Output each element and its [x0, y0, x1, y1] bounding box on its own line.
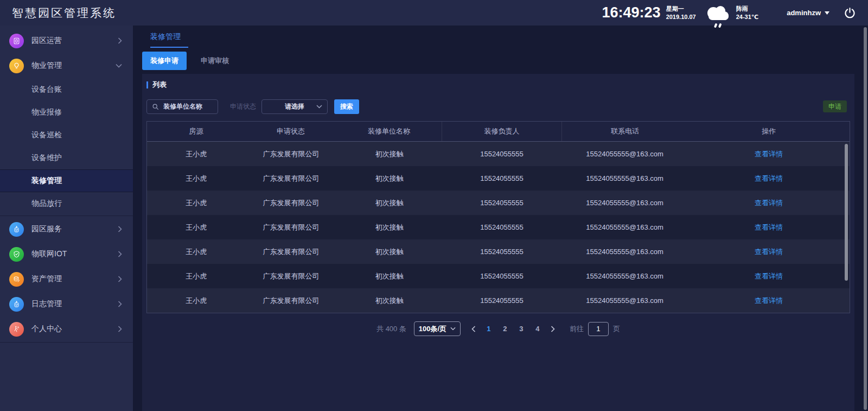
cell-status: 广东发展有限公司 [245, 223, 336, 232]
sidebar-subitem-device-inspection[interactable]: 设备巡检 [0, 124, 133, 147]
sidebar-item-log-management[interactable]: 日志管理 [0, 292, 133, 317]
page-scrollbar-thumb[interactable] [864, 27, 867, 410]
cell-manager: 15524055555 [442, 223, 561, 231]
page-number-1[interactable]: 1 [482, 325, 495, 333]
tab-renovation-apply[interactable]: 装修申请 [142, 52, 187, 70]
sidebar-subitem-goods-release[interactable]: 物品放行 [0, 192, 133, 215]
sidebar-item-label: 个人中心 [31, 324, 118, 334]
clock: 16:49:23 [602, 4, 661, 21]
search-icon [152, 103, 159, 110]
table-body: 王小虎 广东发展有限公司 初次接触 15524055555 1552405555… [147, 142, 850, 313]
power-icon [844, 7, 856, 19]
subitem-label: 设备台账 [31, 85, 62, 94]
sidebar-item-park-service[interactable]: 园区服务 [0, 217, 133, 242]
walking-person-icon [9, 322, 24, 337]
column-header-status: 申请状态 [245, 122, 336, 141]
sidebar-item-iot[interactable]: 物联网IOT [0, 242, 133, 267]
chevron-right-icon [118, 37, 122, 44]
sidebar-item-label: 日志管理 [31, 299, 118, 309]
view-details-link[interactable]: 查看详情 [755, 199, 783, 207]
cell-company: 初次接触 [337, 247, 442, 257]
cell-manager: 15524055555 [442, 248, 561, 256]
cell-phone: 15524055555@163.com [561, 223, 688, 231]
building-icon [9, 34, 24, 48]
cell-company: 初次接触 [337, 198, 442, 208]
sidebar-subitem-device-ledger[interactable]: 设备台账 [0, 78, 133, 101]
next-page-button[interactable] [551, 326, 555, 332]
weather-block: 阵雨 24-31℃ [736, 5, 758, 21]
cell-house: 王小虎 [147, 247, 245, 257]
view-details-link[interactable]: 查看详情 [755, 248, 783, 256]
top-header: 智慧园区管理系统 16:49:23 星期一 2019.10.07 阵雨 24-3… [0, 0, 868, 26]
view-details-link[interactable]: 查看详情 [755, 150, 783, 158]
cell-company: 初次接触 [337, 223, 442, 232]
cell-manager: 15524055555 [442, 272, 561, 280]
sidebar-item-label: 资产管理 [31, 274, 118, 284]
goto-page-unit: 页 [613, 324, 620, 334]
column-header-manager: 装修负责人 [442, 122, 562, 141]
user-menu[interactable]: adminhzw [787, 9, 829, 17]
search-button[interactable]: 搜索 [334, 99, 359, 114]
apply-button[interactable]: 申请 [823, 100, 847, 112]
status-select[interactable]: 请选择 [261, 99, 328, 114]
search-placeholder: 装修单位名称 [163, 102, 202, 111]
page-size-select[interactable]: 100条/页 [414, 321, 461, 336]
chevron-down-icon [450, 327, 456, 331]
list-panel: 列表 装修单位名称 申请状态 请选择 搜索 申请 房源 申请状态 装修单位名称 [142, 74, 854, 411]
table-scrollbar[interactable] [845, 144, 848, 281]
goto-page-input[interactable]: 1 [588, 322, 609, 336]
sidebar-subitem-renovation-management[interactable]: 装修管理 [0, 169, 133, 192]
cell-phone: 15524055555@163.com [561, 150, 688, 158]
sidebar-divider [0, 216, 133, 216]
view-details-link[interactable]: 查看详情 [755, 296, 783, 305]
table-row: 王小虎 广东发展有限公司 初次接触 15524055555 1552405555… [147, 191, 850, 215]
subitem-label: 物业报修 [31, 108, 62, 117]
table-row: 王小虎 广东发展有限公司 初次接触 15524055555 1552405555… [147, 239, 850, 264]
power-button[interactable] [844, 7, 856, 19]
table-header: 房源 申请状态 装修单位名称 装修负责人 联系电话 操作 [147, 122, 850, 142]
shield-icon [9, 247, 24, 262]
status-select-value: 请选择 [285, 102, 304, 111]
column-header-phone: 联系电话 [562, 122, 688, 141]
cell-status: 广东发展有限公司 [245, 247, 336, 257]
search-input[interactable]: 装修单位名称 [146, 99, 218, 114]
cell-company: 初次接触 [337, 149, 442, 159]
sidebar-divider [0, 342, 133, 343]
column-header-company: 装修单位名称 [336, 122, 442, 141]
cell-house: 王小虎 [147, 149, 245, 159]
chevron-right-icon [118, 251, 122, 257]
renovation-table: 房源 申请状态 装修单位名称 装修负责人 联系电话 操作 王小虎 广东发展有限公… [146, 121, 850, 313]
chevron-down-icon [316, 105, 322, 109]
table-row: 王小虎 广东发展有限公司 初次接触 15524055555 1552405555… [147, 215, 850, 239]
table-row: 王小虎 广东发展有限公司 初次接触 15524055555 1552405555… [147, 264, 850, 288]
chevron-right-icon [118, 276, 122, 282]
view-details-link[interactable]: 查看详情 [755, 174, 783, 182]
sidebar-subitem-property-repair[interactable]: 物业报修 [0, 101, 133, 124]
page-number-2[interactable]: 2 [499, 325, 512, 333]
sidebar-subitem-device-maintenance[interactable]: 设备维护 [0, 147, 133, 169]
cell-manager: 15524055555 [442, 296, 561, 305]
page-size-value: 100条/页 [419, 324, 446, 334]
goto-page-label: 前往 [570, 324, 584, 334]
cell-manager: 15524055555 [442, 174, 561, 182]
cell-status: 广东发展有限公司 [245, 271, 336, 281]
username: adminhzw [787, 9, 821, 17]
sidebar-item-property-management[interactable]: 物业管理 [0, 53, 133, 78]
table-row: 王小虎 广东发展有限公司 初次接触 15524055555 1552405555… [147, 166, 850, 191]
page-number-4[interactable]: 4 [531, 325, 544, 333]
view-details-link[interactable]: 查看详情 [755, 272, 783, 280]
page-title[interactable]: 装修管理 [150, 32, 188, 48]
sidebar-item-personal-center[interactable]: 个人中心 [0, 317, 133, 342]
weather-temperature: 24-31℃ [736, 13, 758, 21]
sidebar-item-asset-management[interactable]: 资产管理 [0, 267, 133, 292]
cell-status: 广东发展有限公司 [245, 174, 336, 184]
table-row: 王小虎 广东发展有限公司 初次接触 15524055555 1552405555… [147, 288, 850, 313]
sidebar-item-park-operation[interactable]: 园区运营 [0, 28, 133, 53]
view-details-link[interactable]: 查看详情 [755, 223, 783, 231]
caret-down-icon [825, 11, 829, 15]
sidebar-item-label: 物联网IOT [31, 249, 118, 259]
tab-apply-review[interactable]: 申请审核 [201, 56, 229, 66]
prev-page-button[interactable] [471, 326, 476, 332]
page-number-3[interactable]: 3 [515, 325, 528, 333]
cell-company: 初次接触 [337, 174, 442, 184]
